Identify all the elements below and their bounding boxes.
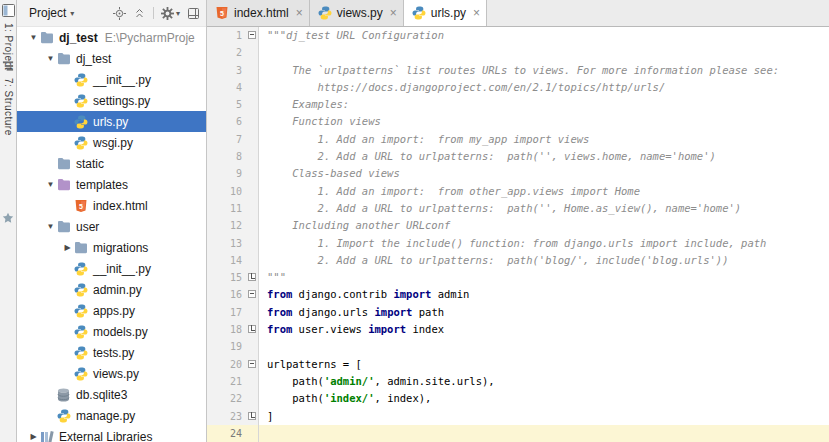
- tree-item-label: admin.py: [93, 283, 142, 297]
- code-line-19[interactable]: [259, 338, 829, 355]
- tree-item-user[interactable]: ▼user: [17, 216, 206, 237]
- code-line-6[interactable]: Function views: [259, 113, 829, 130]
- fold-collapse-icon[interactable]: [248, 290, 256, 298]
- code-line-1[interactable]: """dj_test URL Configuration: [259, 27, 829, 44]
- database-icon: [57, 388, 72, 402]
- code-line-14[interactable]: 2. Add a URL to urlpatterns: path('blog/…: [259, 252, 829, 269]
- left-tool-stripe: 1: Project 7: Structure: [0, 0, 17, 442]
- tree-item-label: models.py: [93, 325, 148, 339]
- tree-item-templates[interactable]: ▼templates: [17, 174, 206, 195]
- editor[interactable]: 123456789101112131415161718192021222324 …: [207, 27, 829, 442]
- tree-item-dj-test[interactable]: ▼dj_test: [17, 48, 206, 69]
- tree-item-dj-test[interactable]: ▼dj_testE:\PycharmProje: [17, 27, 206, 48]
- python-icon: [74, 283, 89, 297]
- code-line-17[interactable]: from django.urls import path: [259, 304, 829, 321]
- collapse-arrow-icon[interactable]: ▼: [44, 222, 57, 231]
- project-view-label: Project: [29, 6, 66, 20]
- python-icon: [57, 409, 72, 423]
- code-line-20[interactable]: urlpatterns = [: [259, 356, 829, 373]
- fold-collapse-icon[interactable]: [248, 31, 256, 39]
- line-number: 22: [230, 393, 242, 404]
- code-line-2[interactable]: [259, 44, 829, 61]
- gutter-line-19: 19: [207, 338, 258, 355]
- tab-views-py[interactable]: views.py×: [310, 0, 404, 26]
- line-number: 6: [236, 116, 242, 127]
- collapse-all-icon[interactable]: [133, 7, 146, 20]
- tree-item-label: __init__.py: [93, 262, 151, 276]
- line-number: 19: [230, 341, 242, 352]
- gutter-line-6: 6: [207, 113, 258, 130]
- expand-arrow-icon[interactable]: ▶: [27, 432, 40, 441]
- line-number: 10: [230, 186, 242, 197]
- favorites-tool-button[interactable]: [0, 212, 16, 227]
- structure-tool-button[interactable]: 7: Structure: [0, 60, 16, 136]
- code-line-12[interactable]: Including another URLconf: [259, 217, 829, 234]
- tree-item-label: templates: [76, 178, 128, 192]
- code-line-23[interactable]: ]: [259, 408, 829, 425]
- close-icon[interactable]: ×: [473, 7, 480, 19]
- code-line-13[interactable]: 1. Import the include() function: from d…: [259, 235, 829, 252]
- fold-region-end-icon[interactable]: [248, 273, 256, 281]
- tab-index-html[interactable]: 5index.html×: [207, 0, 310, 26]
- line-number: 14: [230, 255, 242, 266]
- gutter-line-4: 4: [207, 79, 258, 96]
- code-line-8[interactable]: 2. Add a URL to urlpatterns: path('', vi…: [259, 148, 829, 165]
- collapse-arrow-icon[interactable]: ▼: [44, 180, 57, 189]
- line-number: 18: [230, 324, 242, 335]
- fold-region-end-icon[interactable]: [248, 325, 256, 333]
- code-line-16[interactable]: from django.contrib import admin: [259, 286, 829, 303]
- tree-item-apps-py[interactable]: apps.py: [17, 300, 206, 321]
- fold-region-end-icon[interactable]: [248, 412, 256, 420]
- tree-item-label: migrations: [93, 241, 148, 255]
- code-line-10[interactable]: 1. Add an import: from other_app.views i…: [259, 183, 829, 200]
- editor-gutter: 123456789101112131415161718192021222324: [207, 27, 259, 442]
- close-icon[interactable]: ×: [296, 7, 303, 19]
- tree-item-settings-py[interactable]: settings.py: [17, 90, 206, 111]
- gutter-line-24: 24: [207, 425, 258, 442]
- tree-item-static[interactable]: static: [17, 153, 206, 174]
- tree-item-manage-py[interactable]: manage.py: [17, 405, 206, 426]
- expand-arrow-icon[interactable]: ▶: [61, 243, 74, 252]
- tree-item-wsgi-py[interactable]: wsgi.py: [17, 132, 206, 153]
- code-line-9[interactable]: Class-based views: [259, 165, 829, 182]
- collapse-arrow-icon[interactable]: ▼: [27, 33, 40, 42]
- gear-icon[interactable]: ▾: [161, 7, 180, 20]
- tree-item-init-py[interactable]: __init__.py: [17, 69, 206, 90]
- tree-item-models-py[interactable]: models.py: [17, 321, 206, 342]
- project-panel-header: Project ▾ ▾: [17, 0, 206, 27]
- tree-item-external-libraries[interactable]: ▶External Libraries: [17, 426, 206, 442]
- tree-item-db-sqlite3[interactable]: db.sqlite3: [17, 384, 206, 405]
- code-area[interactable]: """dj_test URL Configuration The `urlpat…: [259, 27, 829, 442]
- code-line-7[interactable]: 1. Add an import: from my_app import vie…: [259, 131, 829, 148]
- chevron-down-icon: ▾: [176, 9, 180, 18]
- tree-item-views-py[interactable]: views.py: [17, 363, 206, 384]
- code-line-22[interactable]: path('index/', index),: [259, 390, 829, 407]
- tree-item-admin-py[interactable]: admin.py: [17, 279, 206, 300]
- tree-item-urls-py[interactable]: urls.py: [17, 111, 206, 132]
- close-icon[interactable]: ×: [390, 7, 397, 19]
- tree-item-tests-py[interactable]: tests.py: [17, 342, 206, 363]
- code-line-5[interactable]: Examples:: [259, 96, 829, 113]
- python-icon: [74, 346, 89, 360]
- code-line-15[interactable]: """: [259, 269, 829, 286]
- tree-item-index-html[interactable]: 5index.html: [17, 195, 206, 216]
- locate-file-icon[interactable]: [113, 7, 126, 20]
- project-view-selector[interactable]: Project ▾: [29, 6, 74, 20]
- line-number: 4: [236, 82, 242, 93]
- code-line-24[interactable]: [259, 425, 829, 442]
- line-number: 7: [236, 134, 242, 145]
- code-line-3[interactable]: The `urlpatterns` list routes URLs to vi…: [259, 62, 829, 79]
- code-line-21[interactable]: path('admin/', admin.site.urls),: [259, 373, 829, 390]
- folder-icon: [57, 52, 72, 65]
- code-line-4[interactable]: https://docs.djangoproject.com/en/2.1/to…: [259, 79, 829, 96]
- code-line-18[interactable]: from user.views import index: [259, 321, 829, 338]
- tree-item-migrations[interactable]: ▶migrations: [17, 237, 206, 258]
- tab-urls-py[interactable]: urls.py×: [404, 0, 487, 26]
- fold-collapse-icon[interactable]: [248, 360, 256, 368]
- tree-item-label: __init__.py: [93, 73, 151, 87]
- line-number: 12: [230, 220, 242, 231]
- collapse-arrow-icon[interactable]: ▼: [44, 54, 57, 63]
- hide-panel-icon[interactable]: [187, 7, 200, 20]
- tree-item-init-py[interactable]: __init__.py: [17, 258, 206, 279]
- code-line-11[interactable]: 2. Add a URL to urlpatterns: path('', Ho…: [259, 200, 829, 217]
